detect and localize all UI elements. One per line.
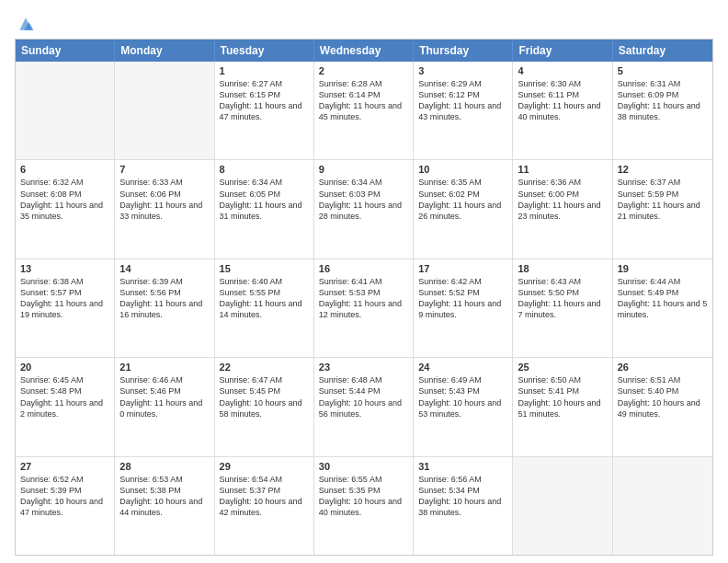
cell-info: Sunrise: 6:51 AM Sunset: 5:40 PM Dayligh… [618,374,708,419]
calendar-cell: 13Sunrise: 6:38 AM Sunset: 5:57 PM Dayli… [16,259,115,357]
day-number: 10 [418,164,507,175]
calendar-cell: 18Sunrise: 6:43 AM Sunset: 5:50 PM Dayli… [513,259,612,357]
cell-info: Sunrise: 6:43 AM Sunset: 5:50 PM Dayligh… [518,276,607,321]
day-number: 20 [20,362,109,373]
day-number: 4 [518,65,607,76]
day-number: 14 [119,263,209,274]
calendar: SundayMondayTuesdayWednesdayThursdayFrid… [15,39,713,556]
cell-info: Sunrise: 6:29 AM Sunset: 6:12 PM Dayligh… [418,78,507,123]
day-number: 19 [618,263,708,274]
calendar-row: 13Sunrise: 6:38 AM Sunset: 5:57 PM Dayli… [16,259,712,357]
cell-info: Sunrise: 6:38 AM Sunset: 5:57 PM Dayligh… [20,276,109,321]
cell-info: Sunrise: 6:34 AM Sunset: 6:05 PM Dayligh… [220,177,309,222]
cell-info: Sunrise: 6:36 AM Sunset: 6:00 PM Dayligh… [518,177,607,222]
day-number: 28 [119,461,209,472]
calendar-cell: 2Sunrise: 6:28 AM Sunset: 6:14 PM Daylig… [314,62,414,159]
day-number: 26 [618,362,708,373]
cell-info: Sunrise: 6:44 AM Sunset: 5:49 PM Dayligh… [618,276,708,321]
cell-info: Sunrise: 6:39 AM Sunset: 5:56 PM Dayligh… [119,276,209,321]
calendar-cell: 19Sunrise: 6:44 AM Sunset: 5:49 PM Dayli… [613,259,712,357]
weekday-header: Monday [115,40,214,62]
day-number: 18 [518,263,607,274]
cell-info: Sunrise: 6:40 AM Sunset: 5:55 PM Dayligh… [220,276,309,321]
calendar-cell: 6Sunrise: 6:32 AM Sunset: 6:08 PM Daylig… [16,160,115,258]
day-number: 8 [220,164,309,175]
day-number: 29 [220,461,309,472]
weekday-header: Tuesday [215,40,314,62]
calendar-cell: 15Sunrise: 6:40 AM Sunset: 5:55 PM Dayli… [215,259,314,357]
cell-info: Sunrise: 6:54 AM Sunset: 5:37 PM Dayligh… [220,474,309,519]
cell-info: Sunrise: 6:35 AM Sunset: 6:02 PM Dayligh… [418,177,507,222]
calendar-cell: 16Sunrise: 6:41 AM Sunset: 5:53 PM Dayli… [314,259,414,357]
cell-info: Sunrise: 6:41 AM Sunset: 5:53 PM Dayligh… [319,276,408,321]
calendar-cell: 30Sunrise: 6:55 AM Sunset: 5:35 PM Dayli… [314,457,414,555]
weekday-header: Saturday [613,40,712,62]
day-number: 22 [220,362,309,373]
day-number: 6 [20,164,109,175]
calendar-cell: 21Sunrise: 6:46 AM Sunset: 5:46 PM Dayli… [115,358,214,455]
calendar-header: SundayMondayTuesdayWednesdayThursdayFrid… [16,40,712,62]
cell-info: Sunrise: 6:45 AM Sunset: 5:48 PM Dayligh… [20,374,109,419]
cell-info: Sunrise: 6:27 AM Sunset: 6:15 PM Dayligh… [220,78,309,123]
calendar-cell: 14Sunrise: 6:39 AM Sunset: 5:56 PM Dayli… [115,259,214,357]
day-number: 7 [119,164,209,175]
day-number: 3 [418,65,507,76]
calendar-cell: 11Sunrise: 6:36 AM Sunset: 6:00 PM Dayli… [513,160,612,258]
calendar-cell: 8Sunrise: 6:34 AM Sunset: 6:05 PM Daylig… [215,160,314,258]
cell-info: Sunrise: 6:31 AM Sunset: 6:09 PM Dayligh… [618,78,708,123]
day-number: 21 [119,362,209,373]
calendar-cell: 28Sunrise: 6:53 AM Sunset: 5:38 PM Dayli… [115,457,214,555]
logo [15,15,35,33]
page: SundayMondayTuesdayWednesdayThursdayFrid… [0,0,728,563]
day-number: 13 [20,263,109,274]
day-number: 31 [418,461,507,472]
day-number: 27 [20,461,109,472]
calendar-cell: 9Sunrise: 6:34 AM Sunset: 6:03 PM Daylig… [314,160,414,258]
calendar-cell: 20Sunrise: 6:45 AM Sunset: 5:48 PM Dayli… [16,358,115,455]
day-number: 11 [518,164,607,175]
cell-info: Sunrise: 6:48 AM Sunset: 5:44 PM Dayligh… [319,374,408,419]
cell-info: Sunrise: 6:56 AM Sunset: 5:34 PM Dayligh… [418,474,507,519]
cell-info: Sunrise: 6:52 AM Sunset: 5:39 PM Dayligh… [20,474,109,519]
cell-info: Sunrise: 6:49 AM Sunset: 5:43 PM Dayligh… [418,374,507,419]
day-number: 12 [618,164,708,175]
weekday-header: Sunday [16,40,115,62]
day-number: 9 [319,164,408,175]
weekday-header: Wednesday [314,40,414,62]
calendar-cell: 29Sunrise: 6:54 AM Sunset: 5:37 PM Dayli… [215,457,314,555]
cell-info: Sunrise: 6:53 AM Sunset: 5:38 PM Dayligh… [119,474,209,519]
calendar-row: 20Sunrise: 6:45 AM Sunset: 5:48 PM Dayli… [16,357,712,455]
calendar-row: 6Sunrise: 6:32 AM Sunset: 6:08 PM Daylig… [16,159,712,258]
calendar-cell: 27Sunrise: 6:52 AM Sunset: 5:39 PM Dayli… [16,457,115,555]
calendar-row: 27Sunrise: 6:52 AM Sunset: 5:39 PM Dayli… [16,456,712,555]
calendar-cell [16,62,115,159]
day-number: 23 [319,362,408,373]
cell-info: Sunrise: 6:46 AM Sunset: 5:46 PM Dayligh… [119,374,209,419]
day-number: 15 [220,263,309,274]
cell-info: Sunrise: 6:28 AM Sunset: 6:14 PM Dayligh… [319,78,408,123]
day-number: 30 [319,461,408,472]
calendar-cell: 4Sunrise: 6:30 AM Sunset: 6:11 PM Daylig… [513,62,612,159]
day-number: 24 [418,362,507,373]
calendar-cell: 26Sunrise: 6:51 AM Sunset: 5:40 PM Dayli… [613,358,712,455]
calendar-cell: 17Sunrise: 6:42 AM Sunset: 5:52 PM Dayli… [414,259,513,357]
cell-info: Sunrise: 6:34 AM Sunset: 6:03 PM Dayligh… [319,177,408,222]
calendar-cell: 25Sunrise: 6:50 AM Sunset: 5:41 PM Dayli… [513,358,612,455]
day-number: 25 [518,362,607,373]
calendar-cell: 24Sunrise: 6:49 AM Sunset: 5:43 PM Dayli… [414,358,513,455]
calendar-cell: 1Sunrise: 6:27 AM Sunset: 6:15 PM Daylig… [215,62,314,159]
weekday-header: Thursday [414,40,513,62]
cell-info: Sunrise: 6:37 AM Sunset: 5:59 PM Dayligh… [618,177,708,222]
cell-info: Sunrise: 6:32 AM Sunset: 6:08 PM Dayligh… [20,177,109,222]
calendar-cell: 7Sunrise: 6:33 AM Sunset: 6:06 PM Daylig… [115,160,214,258]
cell-info: Sunrise: 6:47 AM Sunset: 5:45 PM Dayligh… [220,374,309,419]
calendar-cell [115,62,214,159]
day-number: 1 [220,65,309,76]
day-number: 2 [319,65,408,76]
calendar-cell: 23Sunrise: 6:48 AM Sunset: 5:44 PM Dayli… [314,358,414,455]
calendar-cell: 31Sunrise: 6:56 AM Sunset: 5:34 PM Dayli… [414,457,513,555]
header [15,11,713,33]
calendar-cell: 3Sunrise: 6:29 AM Sunset: 6:12 PM Daylig… [414,62,513,159]
calendar-cell [513,457,612,555]
calendar-cell: 22Sunrise: 6:47 AM Sunset: 5:45 PM Dayli… [215,358,314,455]
